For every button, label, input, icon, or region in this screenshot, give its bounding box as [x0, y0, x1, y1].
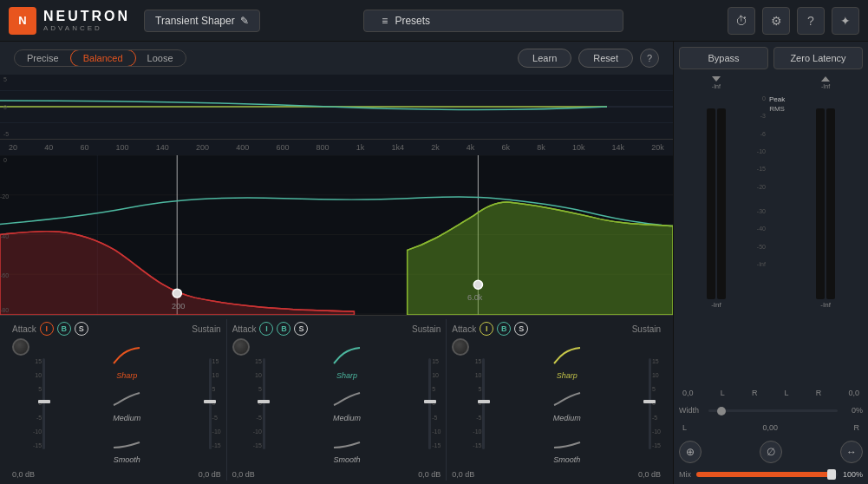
shaper-3-sustain-fader[interactable]	[649, 358, 651, 449]
bypass-row: Bypass Zero Latency	[679, 47, 863, 69]
mix-slider[interactable]	[696, 472, 838, 477]
right-meter-arrow-up[interactable]	[821, 76, 830, 82]
sharp-label-2: Sharp	[336, 371, 357, 380]
width-label: Width	[679, 406, 705, 415]
question-button[interactable]: ?	[640, 49, 659, 68]
shaper-3-controls: 151050-5-10-15 Sharp	[452, 338, 661, 468]
right-panel: Bypass Zero Latency -Inf -Inf	[673, 42, 868, 484]
width-percent: 0%	[841, 406, 863, 415]
shaper-1-i-badge[interactable]: I	[40, 322, 54, 336]
shaper-2-attack-fader[interactable]	[263, 358, 265, 449]
bypass-button[interactable]: Bypass	[679, 47, 768, 69]
shaper-3-value-right: 0,0 dB	[638, 468, 661, 481]
right-meter-strips	[816, 91, 835, 299]
shaper-3-b-badge[interactable]: B	[497, 322, 511, 336]
settings-button[interactable]: ⚙	[762, 7, 790, 35]
lr-width-row: L 0,00 R	[679, 422, 863, 434]
presets-area: ≡ Presets	[260, 10, 728, 32]
shaper-3-attack-fader[interactable]	[482, 358, 485, 449]
logo-text: NEUTRON ADVANCED	[43, 9, 130, 32]
svg-point-12	[473, 280, 482, 289]
plugin-name-button[interactable]: Transient Shaper ✎	[144, 10, 260, 32]
history-button[interactable]: ⏱	[728, 7, 755, 35]
shaper-1-attack-fader[interactable]	[42, 358, 45, 449]
shaper-3-value-left: 0,0 dB	[452, 468, 474, 481]
smooth-curve-2	[330, 427, 363, 451]
left-meter-l	[707, 108, 715, 299]
bottom-icons-row: ⊕ ∅ ↔	[679, 437, 863, 467]
attack-label-3: Attack	[452, 324, 476, 334]
left-inf-label: -Inf	[712, 83, 721, 89]
swap-button[interactable]: ↔	[840, 441, 863, 463]
shaper-2-i-badge[interactable]: I	[259, 322, 273, 336]
shaper-2-value-right: 0,0 dB	[418, 468, 441, 481]
learn-button[interactable]: Learn	[518, 49, 571, 68]
logo-icon: N	[9, 7, 36, 35]
shaper-1-s-badge[interactable]: S	[75, 322, 88, 336]
shaper-3-values: 0,0 dB 0,0 dB	[452, 468, 661, 481]
link-button[interactable]: ⊕	[679, 441, 702, 463]
help-button[interactable]: ?	[797, 7, 825, 35]
balanced-mode-button[interactable]: Balanced	[70, 49, 136, 67]
sharp-curve-2	[330, 343, 363, 367]
medium-label-2: Medium	[333, 414, 361, 422]
shaper-2-sustain-fader[interactable]	[428, 358, 431, 449]
shaper-3-header: Attack I B S Sustain	[452, 319, 661, 338]
top-controls: Precise Balanced Loose Learn Reset ?	[0, 42, 673, 75]
plugin-name-label: Transient Shaper	[155, 15, 235, 27]
eq-svg	[0, 75, 673, 139]
val-left: 0,0	[682, 389, 694, 397]
svg-text:6.0k: 6.0k	[467, 293, 483, 302]
shaper-1-value-left: 0,0 dB	[12, 468, 35, 481]
medium-label-3: Medium	[553, 414, 581, 422]
attack-label-1: Attack	[12, 324, 36, 334]
shaper-1-header: Attack I B S Sustain	[12, 319, 221, 338]
right-meter-group: -Inf -Inf	[788, 76, 863, 380]
width-slider[interactable]	[708, 409, 838, 412]
shaper-2-knob[interactable]	[232, 338, 250, 356]
zero-latency-button[interactable]: Zero Latency	[773, 47, 863, 69]
sustain-label-1: Sustain	[192, 324, 220, 334]
lr-values-row: 0,0 L R L R 0,0	[679, 387, 863, 399]
lr-r2: R	[816, 389, 822, 397]
shaper-2-value-left: 0,0 dB	[232, 468, 255, 481]
shaper-1-b-badge[interactable]: B	[57, 322, 71, 336]
phase-button[interactable]: ∅	[760, 441, 782, 463]
shaper-3-s-badge[interactable]: S	[514, 322, 528, 336]
center-panel: Precise Balanced Loose Learn Reset ?	[0, 42, 673, 484]
smooth-curve-3	[551, 427, 584, 451]
sharp-label-1: Sharp	[116, 371, 137, 380]
shaper-3-i-badge[interactable]: I	[480, 322, 493, 336]
shaper-module-3: Attack I B S Sustain 151050-5-10-15	[447, 319, 666, 481]
right-meter-l	[816, 108, 825, 299]
shapers-area: Attack I B S Sustain 151050-5-10-15	[0, 316, 673, 484]
eq-display: 5 0 -5	[0, 75, 673, 140]
peak-label: Peak	[769, 95, 785, 103]
left-meter-arrow-down[interactable]	[712, 76, 721, 82]
logo-area: N NEUTRON ADVANCED	[9, 7, 130, 35]
shaper-1-sustain-fader[interactable]	[209, 358, 212, 449]
meter-scale: 0 -3 -6 -10 -15 -20 -30 -40 -50 -Inf	[757, 76, 766, 267]
lr-width-l: L	[682, 423, 687, 432]
rms-label: RMS	[769, 105, 785, 113]
shaper-2-b-badge[interactable]: B	[277, 322, 290, 336]
shapers-row: Attack I B S Sustain 151050-5-10-15	[0, 316, 673, 484]
precise-mode-button[interactable]: Precise	[15, 50, 71, 66]
shaper-1-knob[interactable]	[12, 338, 29, 356]
shaper-1-values: 0,0 dB 0,0 dB	[12, 468, 221, 481]
presets-button[interactable]: ≡ Presets	[363, 10, 623, 32]
medium-curve-3	[551, 384, 584, 409]
shaper-2-s-badge[interactable]: S	[294, 322, 308, 336]
reset-button[interactable]: Reset	[578, 49, 633, 68]
mode-buttons: Precise Balanced Loose	[14, 49, 186, 67]
medium-curve-2	[330, 384, 363, 409]
loose-mode-button[interactable]: Loose	[135, 50, 186, 66]
shaper-3-knob[interactable]	[452, 338, 469, 356]
spectrum-display: 200 6.0k 0 -20 -40 -60 -80	[0, 155, 673, 316]
star-button[interactable]: ✦	[832, 7, 859, 35]
sharp-curve-1	[110, 343, 143, 367]
svg-text:200: 200	[172, 302, 185, 311]
right-inf-top: -Inf	[821, 83, 830, 89]
presets-icon: ≡	[382, 15, 388, 27]
freq-labels: 20 40 60 100 140 200 400 600 800 1k 1k4 …	[0, 140, 673, 155]
